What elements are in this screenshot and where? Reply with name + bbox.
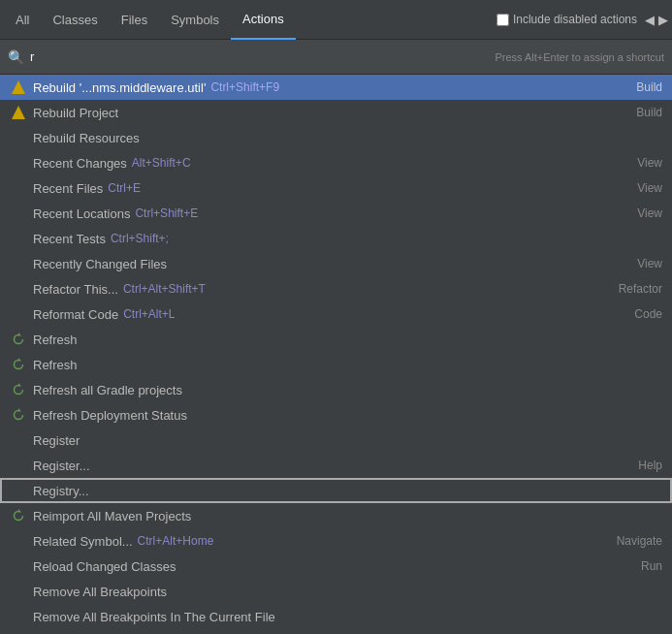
item-label: Recent Locations [33, 206, 130, 221]
refresh-icon [10, 356, 27, 373]
list-item[interactable]: Refresh [0, 327, 672, 352]
list-item[interactable]: Rebuild '...nms.middleware.util' Ctrl+Sh… [0, 75, 672, 100]
item-label: Refresh all Gradle projects [33, 383, 182, 397]
refresh-icon [10, 331, 27, 348]
item-label: Rebuild Resources [33, 131, 140, 145]
search-icon: 🔍 [8, 49, 24, 65]
no-icon [10, 305, 27, 323]
svg-marker-2 [18, 383, 21, 387]
item-category: Code [624, 307, 662, 321]
item-label: Rebuild Project [33, 106, 118, 120]
list-item[interactable]: Refactor This... Ctrl+Alt+Shift+T Refact… [0, 276, 672, 301]
item-shortcut: Ctrl+Alt+L [123, 307, 175, 321]
item-label: Remove All Breakpoints [33, 585, 167, 599]
item-category: Build [626, 106, 662, 119]
include-disabled-label: Include disabled actions [513, 13, 637, 26]
svg-marker-3 [18, 408, 21, 412]
item-label: Related Symbol... [33, 534, 133, 549]
item-shortcut: Ctrl+Shift+; [111, 232, 169, 245]
list-item[interactable]: Register... Help [0, 453, 672, 478]
no-icon [10, 179, 27, 197]
item-shortcut: Ctrl+Shift+E [135, 206, 198, 220]
reimport-icon [10, 507, 27, 524]
list-item[interactable]: Registry... [0, 478, 672, 503]
no-icon [10, 482, 27, 499]
item-label: Reformat Code [33, 307, 118, 322]
item-category: View [627, 181, 662, 195]
svg-marker-4 [18, 509, 21, 513]
nav-arrow-forward[interactable]: ▶ [658, 13, 668, 27]
list-item[interactable]: Register [0, 428, 672, 453]
list-item[interactable]: Remove All Breakpoints In The Current Fi… [0, 604, 672, 629]
item-label: Reload Changed Classes [33, 559, 176, 574]
item-shortcut: Ctrl+Alt+Shift+T [123, 282, 206, 296]
list-item[interactable]: Refresh Deployment Status [0, 402, 672, 428]
item-label: Rebuild '...nms.middleware.util' [33, 80, 206, 95]
nav-arrow-back[interactable]: ◀ [645, 13, 655, 27]
item-shortcut: Ctrl+Alt+Home [138, 534, 214, 548]
item-label: Refactor This... [33, 282, 118, 297]
item-shortcut: Ctrl+Shift+F9 [210, 80, 279, 94]
items-list: Rebuild '...nms.middleware.util' Ctrl+Sh… [0, 75, 672, 634]
item-category: Help [628, 459, 662, 472]
item-label: Reimport All Maven Projects [33, 509, 191, 523]
list-item[interactable]: Reload Changed Classes Run [0, 554, 672, 579]
search-input[interactable] [30, 49, 489, 64]
shortcut-hint: Press Alt+Enter to assign a shortcut [495, 51, 664, 63]
item-category: View [627, 156, 662, 170]
item-label: Refresh Deployment Status [33, 408, 187, 423]
item-shortcut: Alt+Shift+C [132, 156, 191, 170]
search-bar: 🔍 Press Alt+Enter to assign a shortcut [0, 40, 672, 75]
item-label: Refresh [33, 333, 78, 347]
tab-actions[interactable]: Actions [231, 0, 296, 40]
svg-marker-0 [18, 333, 21, 336]
no-icon [10, 255, 27, 272]
list-item[interactable]: Recently Changed Files View [0, 251, 672, 276]
no-icon [10, 583, 27, 600]
item-label: Register [33, 433, 80, 448]
top-nav: All Classes Files Symbols Actions Includ… [0, 0, 672, 40]
list-item[interactable]: Rebuild Project Build [0, 100, 672, 125]
tab-symbols[interactable]: Symbols [159, 0, 231, 40]
item-label: Registry... [33, 484, 89, 498]
no-icon [10, 129, 27, 146]
item-label: Register... [33, 459, 90, 473]
tab-classes[interactable]: Classes [41, 0, 109, 40]
refresh-gradle-icon [10, 381, 27, 398]
no-icon [10, 154, 27, 172]
list-item[interactable]: Related Symbol... Ctrl+Alt+Home Navigate [0, 528, 672, 554]
no-icon [10, 457, 27, 474]
item-category: Navigate [607, 534, 662, 548]
actions-popup: All Classes Files Symbols Actions Includ… [0, 0, 672, 634]
list-item[interactable]: Refresh all Gradle projects [0, 377, 672, 402]
tab-files[interactable]: Files [110, 0, 159, 40]
tab-all[interactable]: All [4, 0, 41, 40]
item-category: Build [626, 80, 662, 94]
no-icon [10, 608, 27, 625]
item-label: Recent Changes [33, 156, 127, 171]
list-item[interactable]: Reformat Code Ctrl+Alt+L Code [0, 301, 672, 327]
no-icon [10, 532, 27, 550]
refresh-deployment-icon [10, 406, 27, 424]
no-icon [10, 557, 27, 575]
item-shortcut: Ctrl+E [108, 181, 141, 195]
list-item[interactable]: Remove All Breakpoints [0, 579, 672, 604]
item-label: Recently Changed Files [33, 257, 167, 271]
include-disabled-checkbox[interactable] [496, 14, 509, 26]
list-item[interactable]: Recent Changes Alt+Shift+C View [0, 150, 672, 175]
rebuild-icon [10, 79, 27, 96]
item-label: Remove All Breakpoints In The Current Fi… [33, 610, 275, 624]
list-item[interactable]: Recent Tests Ctrl+Shift+; [0, 226, 672, 251]
svg-marker-1 [18, 358, 21, 362]
no-icon [10, 280, 27, 298]
item-category: View [627, 257, 662, 270]
list-item[interactable]: Refresh [0, 352, 672, 377]
item-category: Run [631, 559, 662, 573]
no-icon [10, 431, 27, 449]
list-item[interactable]: Recent Locations Ctrl+Shift+E View [0, 201, 672, 226]
list-item[interactable]: Recent Files Ctrl+E View [0, 175, 672, 201]
list-item[interactable]: Rebuild Resources [0, 125, 672, 150]
no-icon [10, 230, 27, 247]
item-label: Recent Files [33, 181, 103, 196]
list-item[interactable]: Reimport All Maven Projects [0, 503, 672, 528]
